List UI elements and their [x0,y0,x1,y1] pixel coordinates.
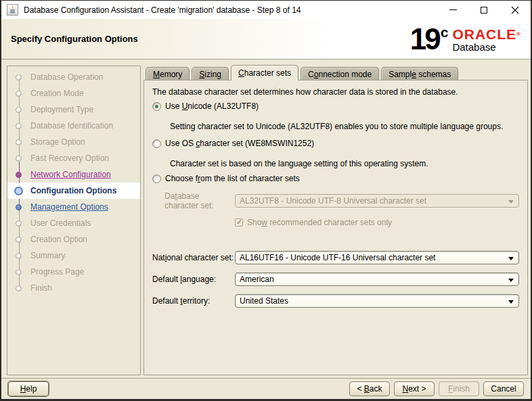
finish-button: Finish [439,381,479,396]
step-dot [16,123,22,129]
step-progress-page: Progress Page [7,264,140,280]
step-storage-option: Storage Option [7,134,140,150]
step-deployment-type: Deployment Type [7,101,140,118]
step-creation-mode: Creation Mode [7,85,140,101]
step-dot [16,74,22,80]
radio-button-icon[interactable] [152,139,161,148]
radio-choose-from-list[interactable]: Choose from the list of character sets [152,174,519,183]
button-bar: Help < Back Next > Finish Cancel [1,378,531,399]
default-language-label: Default language: [152,275,235,284]
national-charset-row: National character set: AL16UTF16 - Unic… [152,251,519,264]
step-configuration-options: Configuration Options [7,183,140,199]
step-dot [16,139,22,145]
unicode-description: Setting character set to Unicode (AL32UT… [170,122,519,131]
show-recommended-row: Show recommended character sets only [235,218,519,227]
step-dot [16,269,22,275]
registered-mark-icon: ® [516,31,521,37]
next-button[interactable]: Next > [394,381,435,396]
oracle-wordmark: ORACLE® [452,28,521,41]
tab-sample-schemas[interactable]: Sample schemas [381,67,458,80]
tab-bar: Memory Sizing Character sets Connection … [143,65,458,80]
back-button[interactable]: < Back [349,381,390,396]
close-icon [511,6,519,14]
java-app-icon [7,4,18,16]
step-dot [16,220,22,227]
step-dot-next [16,204,22,210]
window-title: Database Configuration Assistant - Creat… [24,5,301,15]
national-charset-label: National character set: [152,253,235,262]
minimize-button[interactable] [437,1,468,19]
logo-product: Database [452,41,521,53]
logo-version: 19 [410,23,439,55]
tab-memory[interactable]: Memory [146,67,190,80]
minimize-icon [449,9,457,10]
step-fast-recovery-option: Fast Recovery Option [7,150,140,166]
step-database-operation: Database Operation [7,69,140,85]
database-charset-row: Database character set: AL32UTF8 - Unico… [152,191,519,210]
close-button[interactable] [500,1,531,19]
step-creation-option: Creation Option [7,231,140,247]
radio-button-icon[interactable] [152,174,161,183]
step-dot [16,285,22,291]
tab-connection-mode[interactable]: Connection mode [301,67,379,80]
step-user-credentials: User Credentials [7,215,140,231]
step-dot [16,156,22,162]
titlebar: Database Configuration Assistant - Creat… [1,1,531,19]
radio-use-unicode[interactable]: Use Unicode (AL32UTF8) [152,101,519,111]
database-charset-select: AL32UTF8 - Unicode UTF-8 Universal chara… [235,194,519,208]
step-dot [16,107,22,113]
step-database-identification: Database Identification [7,118,140,134]
step-summary: Summary [7,247,140,264]
cancel-button[interactable]: Cancel [483,381,524,396]
wizard-steps-panel: Database Operation Creation Mode Deploym… [7,66,141,375]
step-network-configuration[interactable]: Network Configuration [7,166,140,183]
maximize-icon [481,7,487,14]
show-recommended-checkbox [235,218,243,227]
radio-use-os-charset[interactable]: Use OS character set (WE8MSWIN1252) [152,139,519,148]
logo-edition: c [441,25,449,39]
tab-sizing[interactable]: Sizing [192,67,229,80]
radio-button-icon[interactable] [152,102,161,111]
database-charset-label: Database character set: [164,191,235,210]
step-management-options[interactable]: Management Options [7,199,140,215]
charset-intro-text: The database character set determines ho… [152,87,519,97]
default-territory-label: Default territory: [152,296,235,306]
default-language-row: Default language: American [152,273,519,286]
step-dot-visited [16,172,22,178]
window-controls [437,1,531,19]
default-territory-row: Default territory: United States [152,294,519,308]
default-language-select[interactable]: American [235,273,519,286]
step-dot [16,253,22,259]
dbca-window: Database Configuration Assistant - Creat… [0,0,532,401]
step-dot [16,237,22,243]
character-sets-panel: The database character set determines ho… [143,80,528,375]
oracle-19c-logo: 19 c ORACLE® Database [410,23,521,55]
tab-character-sets[interactable]: Character sets [231,65,298,80]
step-finish: Finish [7,280,140,296]
os-charset-description: Character set is based on the language s… [170,159,519,168]
wizard-header: Specify Configuration Options 19 c ORACL… [1,19,531,60]
step-dot-current [14,187,23,195]
national-charset-select[interactable]: AL16UTF16 - Unicode UTF-16 Universal cha… [235,251,519,264]
help-button[interactable]: Help [8,381,49,396]
page-title: Specify Configuration Options [11,34,138,44]
nav-buttons: < Back Next > Finish Cancel [349,381,524,396]
step-dot [16,91,22,97]
maximize-button[interactable] [468,1,500,19]
default-territory-select[interactable]: United States [235,294,519,308]
